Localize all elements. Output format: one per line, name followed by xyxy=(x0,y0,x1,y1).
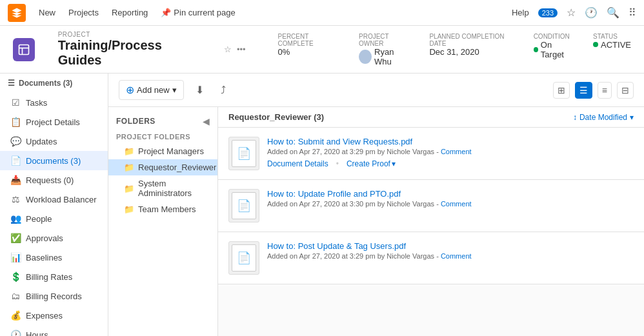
sort-icon: ↕ xyxy=(573,113,577,122)
folder-system-administrators[interactable]: 📁 System Administrators xyxy=(108,175,217,201)
sidebar-label-hours: Hours xyxy=(26,330,48,337)
sidebar-item-expenses[interactable]: 💰 Expenses xyxy=(0,306,108,325)
project-icon xyxy=(13,38,35,61)
file-name-1[interactable]: How to: Update Profile and PTO.pdf xyxy=(267,189,634,199)
grid-view-button[interactable]: ⊞ xyxy=(553,82,570,99)
sidebar-header[interactable]: ☰ Documents (3) xyxy=(0,74,108,93)
grid-icon[interactable]: ⠿ xyxy=(629,6,636,19)
add-new-button[interactable]: ⊕ Add new ▾ xyxy=(119,80,184,100)
folder-icon-system-admins: 📁 xyxy=(124,184,134,193)
main-layout: ☰ Documents (3) ☑ Tasks 📋 Project Detail… xyxy=(0,74,644,336)
folder-requestor-reviewer[interactable]: 📁 Requestor_Reviewer ••• xyxy=(108,159,217,175)
sidebar-item-approvals[interactable]: ✅ Approvals xyxy=(0,228,108,248)
table-view-button[interactable]: ☰ xyxy=(575,82,592,99)
sidebar-item-documents[interactable]: 📄 Documents (3) xyxy=(0,151,108,170)
expenses-icon: 💰 xyxy=(10,310,21,321)
billing-rates-icon: 💲 xyxy=(10,272,21,282)
file-thumb-1: 📄 xyxy=(228,189,259,222)
history-icon[interactable]: 🕐 xyxy=(585,6,598,19)
download-button[interactable]: ⬇ xyxy=(190,81,209,99)
hours-icon: 🕐 xyxy=(10,330,21,336)
sort-arrow: ▾ xyxy=(630,113,634,122)
file-item-1: 📄 How to: Update Profile and PTO.pdf Add… xyxy=(218,180,644,232)
help-link[interactable]: Help xyxy=(512,8,529,17)
project-folders-label: PROJECT FOLDERS xyxy=(108,130,217,143)
sidebar-label-workload: Workload Balancer xyxy=(26,195,97,204)
file-pane: Requestor_Reviewer (3) ↕ Date Modified ▾… xyxy=(218,107,644,336)
baselines-icon: 📊 xyxy=(10,252,21,262)
comment-link-0[interactable]: Comment xyxy=(441,148,472,155)
comment-link-1[interactable]: Comment xyxy=(441,200,472,208)
file-action-separator-0: • xyxy=(336,159,339,168)
star-project-icon[interactable]: ☆ xyxy=(224,44,232,54)
add-new-label: Add new xyxy=(137,85,170,95)
sort-label: Date Modified xyxy=(579,113,627,122)
sidebar-item-tasks[interactable]: ☑ Tasks xyxy=(0,93,108,112)
search-icon[interactable]: 🔍 xyxy=(607,6,619,19)
comment-link-2[interactable]: Comment xyxy=(441,252,472,260)
create-proof-link-0[interactable]: Create Proof ▾ xyxy=(347,159,396,168)
file-name-0[interactable]: How to: Submit and View Requests.pdf xyxy=(267,137,634,146)
share-button[interactable]: ⤴ xyxy=(216,81,231,99)
sort-button[interactable]: ↕ Date Modified ▾ xyxy=(573,113,634,122)
docs-header: ⊕ Add new ▾ ⬇ ⤴ ⊞ ☰ ≡ ⊟ xyxy=(108,74,644,107)
sidebar-label-people: People xyxy=(26,214,52,224)
nav-new[interactable]: New xyxy=(39,8,55,17)
collapse-panel-button[interactable]: ◀ xyxy=(203,116,210,126)
pin-icon: 📌 xyxy=(161,8,171,17)
document-details-link-0[interactable]: Document Details xyxy=(267,159,328,168)
folder-panel-title: Folders xyxy=(116,117,156,126)
file-thumb-0: 📄 xyxy=(228,137,259,170)
more-options-icon[interactable]: ••• xyxy=(237,44,246,54)
billing-records-icon: 🗂 xyxy=(10,291,21,301)
sidebar-label-billing-rates: Billing Rates xyxy=(26,272,72,282)
sidebar-item-hours[interactable]: 🕐 Hours xyxy=(0,325,108,336)
content-area: ⊕ Add new ▾ ⬇ ⤴ ⊞ ☰ ≡ ⊟ Folders ◀ PROJEC… xyxy=(108,74,644,336)
list-view-button[interactable]: ≡ xyxy=(598,82,612,99)
updates-icon: 💬 xyxy=(10,136,21,146)
pdf-icon-2: 📄 xyxy=(237,251,251,265)
pdf-icon-1: 📄 xyxy=(237,199,251,213)
sidebar-label-updates: Updates xyxy=(26,137,57,146)
file-info-1: How to: Update Profile and PTO.pdf Added… xyxy=(267,189,634,208)
meta-condition: Condition On Target xyxy=(534,33,574,66)
nav-projects[interactable]: Projects xyxy=(68,8,99,17)
sidebar-label-tasks: Tasks xyxy=(26,98,47,108)
folder-label-requestor-reviewer: Requestor_Reviewer xyxy=(138,163,216,172)
sidebar-item-requests[interactable]: 📥 Requests (0) xyxy=(0,170,108,190)
folder-label-system-admins: System Administrators xyxy=(138,179,210,198)
star-icon[interactable]: ☆ xyxy=(567,6,576,19)
project-title: Training/Process Guides xyxy=(58,38,199,68)
add-new-arrow: ▾ xyxy=(172,85,177,95)
sidebar-item-billing-rates[interactable]: 💲 Billing Rates xyxy=(0,267,108,286)
folder-team-members[interactable]: 📁 Team Members xyxy=(108,201,217,217)
file-pane-header: Requestor_Reviewer (3) ↕ Date Modified ▾ xyxy=(218,107,644,128)
file-item-2: 📄 How to: Post Update & Tag Users.pdf Ad… xyxy=(218,232,644,284)
sidebar-item-billing-records[interactable]: 🗂 Billing Records xyxy=(0,286,108,306)
sidebar-item-people[interactable]: 👥 People xyxy=(0,209,108,228)
documents-icon: 📄 xyxy=(10,155,21,166)
project-meta: Percent Complete 0% Project Owner Ryan W… xyxy=(278,33,631,66)
notification-badge[interactable]: 233 xyxy=(538,8,558,17)
sidebar-header-label: Documents (3) xyxy=(19,79,72,88)
project-label: PROJECT xyxy=(58,31,199,38)
folder-icon-requestor-reviewer: 📁 xyxy=(124,163,134,172)
folder-panel-header: Folders ◀ xyxy=(108,112,217,130)
file-pane-title: Requestor_Reviewer (3) xyxy=(228,112,324,122)
folder-label-project-managers: Project Managers xyxy=(138,146,204,156)
top-navigation: New Projects Reporting 📌 Pin current pag… xyxy=(0,0,644,26)
sidebar-item-baselines[interactable]: 📊 Baselines xyxy=(0,248,108,267)
folder-project-managers[interactable]: 📁 Project Managers xyxy=(108,143,217,159)
nav-reporting[interactable]: Reporting xyxy=(112,8,148,17)
file-name-2[interactable]: How to: Post Update & Tag Users.pdf xyxy=(267,241,634,251)
tasks-icon: ☑ xyxy=(10,97,21,108)
meta-project-owner: Project Owner Ryan Whu xyxy=(359,33,410,66)
pin-page-btn[interactable]: 📌 Pin current page xyxy=(161,8,235,17)
sidebar-item-updates[interactable]: 💬 Updates xyxy=(0,132,108,151)
sidebar-item-workload-balancer[interactable]: ⚖ Workload Balancer xyxy=(0,190,108,209)
details-view-button[interactable]: ⊟ xyxy=(617,82,634,99)
sidebar-item-project-details[interactable]: 📋 Project Details xyxy=(0,112,108,132)
meta-status: Status ACTIVE xyxy=(593,33,631,66)
project-actions[interactable]: ☆ ••• xyxy=(224,44,246,54)
meta-percent-complete: Percent Complete 0% xyxy=(278,33,339,66)
